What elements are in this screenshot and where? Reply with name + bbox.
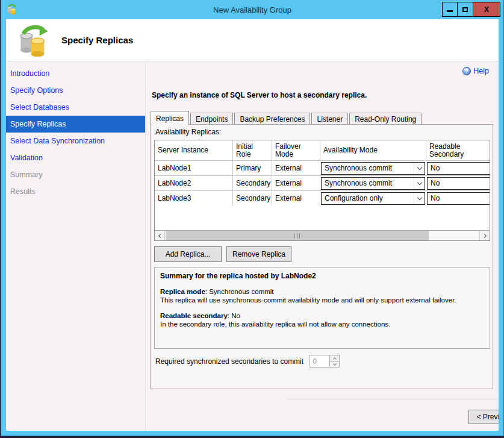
window-controls: X bbox=[442, 2, 500, 17]
specify-replicas-icon bbox=[18, 25, 49, 57]
cell-server-instance: LabNode3 bbox=[155, 191, 233, 205]
availability-replicas-label: Availability Replicas: bbox=[155, 128, 221, 136]
required-secondaries-label: Required synchronized secondaries to com… bbox=[155, 357, 303, 366]
scrollbar-grip-icon bbox=[294, 233, 300, 239]
window-title: New Availability Group bbox=[1, 5, 503, 14]
tab-strip: Replicas Endpoints Backup Preferences Li… bbox=[151, 111, 423, 125]
chevron-down-icon bbox=[414, 193, 425, 204]
replica-mode-label: Replica mode bbox=[160, 288, 205, 295]
wizard-header: Specify Replicas bbox=[6, 19, 499, 61]
table-row[interactable]: LabNode1 Primary External Synchronous co… bbox=[155, 160, 490, 175]
cell-server-instance: LabNode1 bbox=[155, 161, 233, 175]
add-replica-button[interactable]: Add Replica... bbox=[154, 246, 222, 262]
cell-initial-role: Primary bbox=[233, 161, 272, 175]
spinner-arrows bbox=[329, 355, 339, 367]
scrollbar-thumb[interactable] bbox=[166, 231, 429, 240]
sidebar-item-specify-options[interactable]: Specify Options bbox=[6, 82, 145, 99]
client-area: Specify Replicas Introduction Specify Op… bbox=[6, 19, 499, 431]
sidebar-item-specify-replicas[interactable]: Specify Replicas bbox=[6, 116, 145, 133]
summary-replica-mode: Replica mode: Synchronous commit This re… bbox=[160, 287, 484, 304]
grid-header-row: Server Instance Initial Role Failover Mo… bbox=[155, 140, 490, 160]
cell-failover-mode: External bbox=[272, 191, 320, 205]
sidebar-item-select-data-sync[interactable]: Select Data Synchronization bbox=[6, 133, 145, 149]
sidebar-item-results: Results bbox=[6, 183, 145, 200]
col-header-readable-secondary[interactable]: Readable Secondary bbox=[426, 140, 490, 160]
availability-group-window-icon bbox=[7, 4, 17, 14]
grid-empty-area bbox=[155, 205, 490, 231]
availability-mode-dropdown[interactable]: Synchronous commit bbox=[321, 162, 425, 175]
chevron-down-icon bbox=[414, 178, 425, 189]
readable-secondary-description: In the secondary role, this availability… bbox=[160, 321, 390, 328]
cell-initial-role: Secondary bbox=[233, 176, 272, 190]
scroll-left-button[interactable] bbox=[155, 231, 165, 240]
help-label: Help bbox=[473, 67, 489, 75]
replica-mode-value: : Synchronous commit bbox=[205, 288, 274, 295]
col-header-server-instance[interactable]: Server Instance bbox=[155, 140, 233, 160]
chevron-right-icon bbox=[482, 233, 486, 237]
help-icon: ? bbox=[462, 67, 471, 75]
minimize-button[interactable] bbox=[443, 2, 457, 16]
sidebar-item-select-databases[interactable]: Select Databases bbox=[6, 99, 145, 116]
help-link[interactable]: ? Help bbox=[462, 67, 489, 75]
availability-replicas-grid[interactable]: Server Instance Initial Role Failover Mo… bbox=[154, 140, 490, 241]
readable-secondary-dropdown[interactable]: No bbox=[427, 177, 490, 190]
cell-failover-mode: External bbox=[272, 161, 320, 175]
readable-secondary-value: : No bbox=[228, 312, 240, 319]
replica-summary-panel: Summary for the replica hosted by LabNod… bbox=[154, 267, 490, 349]
replicas-tab-panel: Availability Replicas: Server Instance I… bbox=[150, 124, 493, 389]
col-header-failover-mode[interactable]: Failover Mode bbox=[272, 140, 320, 160]
tab-replicas[interactable]: Replicas bbox=[151, 111, 189, 125]
spinner-up-button[interactable] bbox=[330, 355, 339, 361]
desktop-background: New Availability Group X bbox=[0, 0, 504, 438]
title-bar[interactable]: New Availability Group X bbox=[1, 0, 503, 19]
tab-backup-preferences[interactable]: Backup Preferences bbox=[234, 113, 310, 125]
table-row[interactable]: LabNode2 Secondary External Synchronous … bbox=[155, 175, 490, 190]
maximize-icon bbox=[462, 7, 468, 12]
cell-server-instance: LabNode2 bbox=[155, 176, 233, 190]
chevron-up-icon bbox=[333, 357, 337, 361]
chevron-left-icon bbox=[158, 233, 162, 237]
remove-replica-button[interactable]: Remove Replica bbox=[226, 246, 291, 262]
availability-mode-dropdown[interactable]: Synchronous commit bbox=[321, 177, 425, 190]
availability-mode-value: Synchronous commit bbox=[322, 179, 414, 187]
sidebar-item-validation[interactable]: Validation bbox=[6, 149, 145, 166]
wizard-content: ? Help Specify an instance of SQL Server… bbox=[146, 62, 499, 431]
availability-mode-dropdown[interactable]: Configuration only bbox=[321, 192, 425, 205]
new-availability-group-window: New Availability Group X bbox=[1, 0, 503, 436]
cell-initial-role: Secondary bbox=[233, 191, 272, 205]
readable-secondary-dropdown[interactable]: No bbox=[427, 162, 490, 175]
col-header-initial-role[interactable]: Initial Role bbox=[233, 140, 272, 160]
readable-secondary-dropdown[interactable]: No bbox=[427, 192, 490, 205]
wizard-steps-sidebar: Introduction Specify Options Select Data… bbox=[6, 62, 146, 431]
scroll-right-button[interactable] bbox=[479, 231, 490, 240]
spinner-down-button[interactable] bbox=[330, 361, 339, 367]
spinner-value: 0 bbox=[310, 355, 329, 367]
required-secondaries-row: Required synchronized secondaries to com… bbox=[155, 355, 340, 368]
sidebar-item-introduction[interactable]: Introduction bbox=[6, 65, 145, 82]
horizontal-scrollbar[interactable] bbox=[155, 230, 490, 240]
summary-title: Summary for the replica hosted by LabNod… bbox=[160, 272, 484, 280]
replica-mode-description: This replica will use synchronous-commit… bbox=[160, 296, 456, 304]
tab-read-only-routing[interactable]: Read-Only Routing bbox=[349, 113, 422, 125]
cell-failover-mode: External bbox=[272, 176, 320, 190]
readable-secondary-label: Readable secondary bbox=[160, 312, 228, 319]
summary-readable-secondary: Readable secondary: No In the secondary … bbox=[160, 311, 484, 328]
required-secondaries-spinner[interactable]: 0 bbox=[310, 355, 340, 368]
maximize-button[interactable] bbox=[457, 2, 473, 16]
tab-endpoints[interactable]: Endpoints bbox=[190, 113, 233, 125]
close-button[interactable]: X bbox=[473, 2, 500, 16]
minimize-icon bbox=[447, 10, 453, 12]
col-header-availability-mode[interactable]: Availability Mode bbox=[320, 140, 426, 160]
chevron-down-icon bbox=[333, 362, 337, 366]
previous-button[interactable]: < Previous bbox=[468, 410, 499, 424]
tab-listener[interactable]: Listener bbox=[311, 113, 348, 125]
table-row[interactable]: LabNode3 Secondary External Configuratio… bbox=[155, 190, 490, 205]
wizard-footer: < Previous Next > Cancel bbox=[287, 399, 499, 431]
instruction-text: Specify an instance of SQL Server to hos… bbox=[152, 91, 367, 99]
chevron-down-icon bbox=[414, 163, 425, 174]
availability-mode-value: Configuration only bbox=[322, 194, 414, 202]
page-title: Specify Replicas bbox=[61, 35, 133, 45]
availability-mode-value: Synchronous commit bbox=[322, 164, 414, 172]
sidebar-item-summary: Summary bbox=[6, 166, 145, 183]
